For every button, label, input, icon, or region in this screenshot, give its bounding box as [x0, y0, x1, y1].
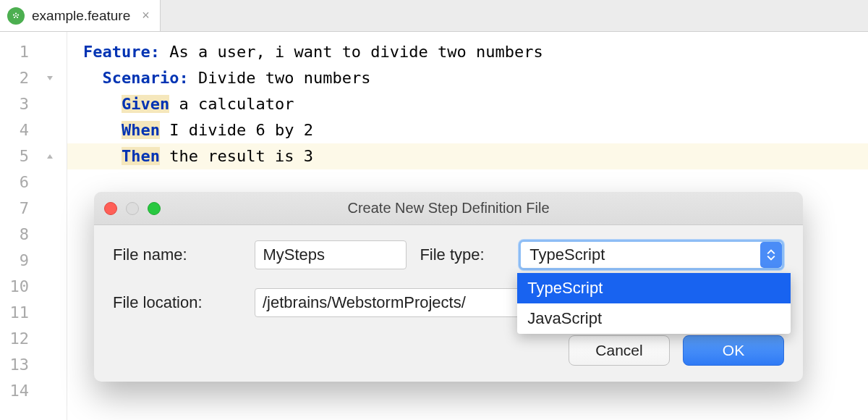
fold-collapse-icon[interactable] — [45, 73, 55, 83]
line-number: 3 — [0, 91, 29, 117]
svg-point-4 — [14, 16, 15, 17]
line-number: 4 — [0, 117, 29, 143]
svg-point-2 — [13, 14, 14, 15]
line-number: 2 — [0, 65, 29, 91]
window-controls — [104, 202, 161, 215]
cancel-button[interactable]: Cancel — [569, 335, 670, 366]
line-number: 13 — [0, 352, 29, 378]
svg-point-6 — [15, 14, 17, 16]
dialog-body: File name: File type: TypeScript TypeScr… — [94, 225, 803, 382]
window-zoom-icon[interactable] — [148, 202, 161, 215]
svg-point-1 — [15, 12, 17, 14]
file-type-select[interactable]: TypeScript — [519, 240, 784, 270]
file-type-selected-value: TypeScript — [529, 245, 605, 264]
file-name-row: File name: File type: TypeScript TypeScr… — [113, 240, 784, 270]
code-line[interactable]: Feature: As a user, i want to divide two… — [67, 39, 868, 65]
code-line[interactable]: Given a calculator — [67, 91, 868, 117]
tab-bar: example.feature × — [0, 0, 868, 32]
dialog-title: Create New Step Definition File — [94, 200, 803, 217]
cucumber-icon — [7, 7, 25, 25]
file-type-select-wrap: TypeScript TypeScriptJavaScript — [519, 240, 784, 270]
line-number-gutter: 1234567891011121314 — [0, 32, 35, 420]
file-type-option[interactable]: TypeScript — [517, 273, 791, 303]
line-number: 5 — [0, 143, 29, 169]
create-step-definition-dialog: Create New Step Definition File File nam… — [94, 192, 803, 382]
code-line[interactable]: When I divide 6 by 2 — [67, 117, 868, 143]
file-type-dropdown: TypeScriptJavaScript — [517, 273, 791, 334]
file-type-option[interactable]: JavaScript — [517, 303, 791, 334]
window-minimize-icon — [126, 202, 139, 215]
chevron-up-down-icon — [760, 242, 782, 268]
line-number: 1 — [0, 39, 29, 65]
line-number: 9 — [0, 248, 29, 274]
file-location-label: File location: — [113, 293, 242, 312]
svg-point-3 — [17, 14, 19, 15]
file-name-label: File name: — [113, 245, 242, 264]
line-number: 7 — [0, 196, 29, 222]
svg-point-5 — [17, 16, 18, 17]
code-line[interactable]: Scenario: Divide two numbers — [67, 65, 868, 91]
code-line[interactable]: Then the result is 3 — [67, 143, 868, 169]
ok-button[interactable]: OK — [683, 335, 784, 366]
file-name-input[interactable] — [255, 240, 407, 269]
line-number: 8 — [0, 222, 29, 248]
line-number: 10 — [0, 274, 29, 300]
line-number: 6 — [0, 169, 29, 196]
dialog-title-bar[interactable]: Create New Step Definition File — [94, 192, 803, 225]
dialog-buttons: Cancel OK — [113, 335, 784, 366]
window-close-icon[interactable] — [104, 202, 117, 215]
file-type-label: File type: — [420, 245, 506, 264]
line-number: 14 — [0, 378, 29, 404]
fold-column — [35, 32, 67, 420]
close-icon[interactable]: × — [142, 8, 150, 23]
line-number: 12 — [0, 326, 29, 352]
code-line[interactable] — [67, 378, 868, 404]
fold-end-icon[interactable] — [45, 151, 55, 161]
line-number: 11 — [0, 300, 29, 326]
editor-tab[interactable]: example.feature × — [0, 0, 161, 31]
tab-filename: example.feature — [32, 8, 130, 24]
